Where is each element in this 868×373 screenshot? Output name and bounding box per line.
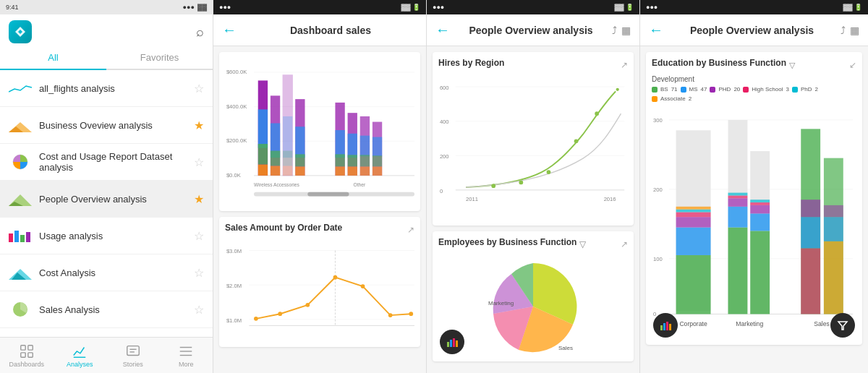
svg-text:Marketing: Marketing xyxy=(736,320,763,327)
svg-rect-136 xyxy=(750,202,770,205)
menu-icon-education[interactable]: ▦ xyxy=(850,25,859,36)
svg-point-85 xyxy=(333,275,338,280)
svg-text:Wireless Accessories: Wireless Accessories xyxy=(254,182,300,187)
svg-rect-135 xyxy=(750,205,770,214)
list-item[interactable]: People Overview analysis ★ xyxy=(0,181,213,218)
svg-text:$0.0K: $0.0K xyxy=(226,172,241,179)
item-star[interactable]: ☆ xyxy=(194,82,204,95)
status-bar-2: ●●● ▓▓ 🔋 xyxy=(213,0,426,14)
list-item[interactable]: Business Oveview analysis ★ xyxy=(0,107,213,144)
list-item[interactable]: Marketing Analysis ☆ xyxy=(0,328,213,337)
share-icon[interactable]: ⤴ xyxy=(612,25,617,36)
search-icon[interactable]: ⌕ xyxy=(196,25,204,40)
svg-rect-131 xyxy=(728,193,748,196)
share-icon-education[interactable]: ⤴ xyxy=(841,25,846,36)
bottom-nav-dashboards[interactable]: Dashboards xyxy=(0,338,54,373)
people-scroll: Hires by Region ↗ 600 400 200 0 2011 201… xyxy=(427,46,639,373)
expand-icon-education[interactable]: ↙ xyxy=(849,60,856,70)
status-bar-3: ●●● ▓▓ 🔋 xyxy=(427,0,639,14)
svg-rect-52 xyxy=(295,154,305,166)
svg-text:2016: 2016 xyxy=(604,196,616,202)
svg-point-86 xyxy=(361,284,365,288)
svg-rect-141 xyxy=(801,200,820,217)
dashboard-panel: ●●● ▓▓ 🔋 ← Dashboard sales $600.0K $400.… xyxy=(213,0,427,373)
svg-rect-68 xyxy=(373,155,382,166)
expand-icon-hires[interactable]: ↗ xyxy=(621,60,628,70)
item-icon-usage xyxy=(9,224,32,247)
svg-rect-108 xyxy=(450,340,452,347)
employees-viz-toggle[interactable] xyxy=(440,330,464,354)
svg-rect-73 xyxy=(307,192,349,197)
filter-icon[interactable]: ▽ xyxy=(579,239,586,249)
svg-rect-137 xyxy=(750,200,770,202)
education-viz-toggle[interactable] xyxy=(653,313,678,338)
svg-marker-153 xyxy=(838,322,847,330)
svg-rect-125 xyxy=(676,207,711,210)
svg-rect-51 xyxy=(295,127,305,158)
item-star[interactable]: ☆ xyxy=(194,155,204,169)
item-icon-flights xyxy=(9,77,32,100)
svg-rect-48 xyxy=(283,151,292,166)
education-legend: BS 71 MS 47 PHD 20 High School 3 xyxy=(652,86,856,102)
back-button-people[interactable]: ← xyxy=(435,22,450,38)
nav-header: ⌕ xyxy=(0,14,213,43)
tab-all[interactable]: All xyxy=(0,46,106,70)
item-star[interactable]: ☆ xyxy=(194,303,204,317)
svg-rect-39 xyxy=(258,109,268,147)
menu-icon[interactable]: ▦ xyxy=(621,25,631,36)
svg-point-103 xyxy=(595,111,599,116)
svg-rect-134 xyxy=(750,213,770,231)
svg-text:2011: 2011 xyxy=(466,196,478,202)
bottom-nav-more[interactable]: More xyxy=(160,338,213,373)
item-label: People Overview analysis xyxy=(39,194,194,205)
svg-point-100 xyxy=(519,181,523,185)
svg-rect-61 xyxy=(348,166,357,175)
people-title: People Overview analysis xyxy=(457,25,605,36)
people-panel: ●●● ▓▓ 🔋 ← People Overview analysis ⤴ ▦ … xyxy=(427,0,640,373)
svg-rect-19 xyxy=(21,345,25,349)
svg-rect-57 xyxy=(335,166,344,175)
bottom-nav-stories[interactable]: Stories xyxy=(106,338,160,373)
education-bar-svg: 300 200 100 0 xyxy=(652,105,856,336)
svg-point-82 xyxy=(254,317,258,321)
svg-rect-45 xyxy=(271,166,280,176)
svg-rect-107 xyxy=(447,342,449,347)
tab-favorites[interactable]: Favorites xyxy=(106,46,213,70)
svg-text:200: 200 xyxy=(653,186,663,193)
svg-text:300: 300 xyxy=(653,117,663,124)
education-filter-toggle[interactable] xyxy=(830,313,855,338)
list-item[interactable]: all_flights analysis ☆ xyxy=(0,70,213,107)
svg-rect-59 xyxy=(348,134,357,158)
back-button[interactable]: ← xyxy=(222,22,237,38)
back-button-education[interactable]: ← xyxy=(649,22,663,38)
navigation-panel: 9:41 ●●● ▓▓ ⌕ All Favorites all_flights … xyxy=(0,0,213,373)
item-star[interactable]: ★ xyxy=(194,192,204,206)
status-bar-4: ●●● ▓▓ 🔋 xyxy=(640,0,868,14)
svg-point-84 xyxy=(305,303,310,307)
filter-icon-education[interactable]: ▽ xyxy=(789,61,795,70)
svg-text:Sales: Sales xyxy=(814,320,830,327)
item-star[interactable]: ☆ xyxy=(194,266,204,280)
education-chart-title: Education by Business Function xyxy=(652,58,786,68)
list-item[interactable]: Cost Analysis ☆ xyxy=(0,254,213,291)
item-label: Business Oveview analysis xyxy=(39,120,194,131)
item-star[interactable]: ☆ xyxy=(194,229,204,243)
item-icon-cost xyxy=(9,261,32,284)
svg-rect-150 xyxy=(663,323,665,330)
expand-icon[interactable]: ↗ xyxy=(407,225,414,235)
svg-rect-109 xyxy=(453,338,455,347)
item-star[interactable]: ★ xyxy=(194,119,204,132)
bottom-nav-analyses[interactable]: Analyses xyxy=(54,338,107,373)
svg-text:$600.0K: $600.0K xyxy=(226,69,247,75)
nav-tabs: All Favorites xyxy=(0,46,213,70)
education-panel-title: People Overview analysis xyxy=(671,25,833,36)
list-item[interactable]: Cost and Usage Report Dataset analysis ☆ xyxy=(0,144,213,181)
expand-icon-employees[interactable]: ↗ xyxy=(621,239,628,249)
svg-rect-20 xyxy=(28,345,33,349)
item-icon-sales xyxy=(9,298,32,321)
list-item[interactable]: Sales Analysis ☆ xyxy=(0,291,213,328)
svg-rect-63 xyxy=(360,136,370,157)
svg-text:Other: Other xyxy=(353,182,365,187)
list-item[interactable]: Usage analysis ☆ xyxy=(0,218,213,254)
svg-rect-129 xyxy=(728,198,748,207)
